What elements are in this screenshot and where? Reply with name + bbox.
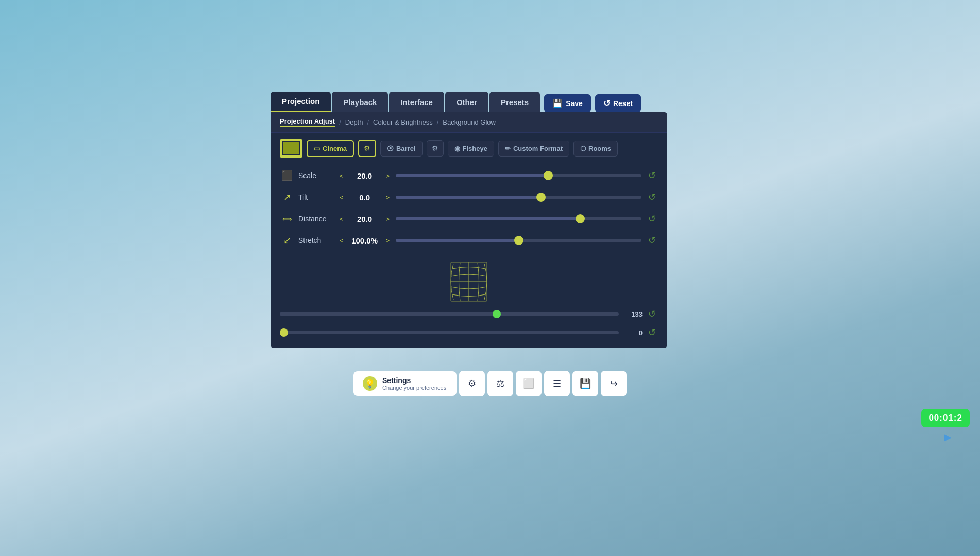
barrel-slider-2-row: 0 ↺ (280, 323, 658, 342)
save-button[interactable]: 💾 Save (544, 94, 591, 112)
cinema-icon: ▭ (314, 145, 320, 152)
distance-value: 20.0 (350, 215, 380, 223)
stretch-thumb[interactable] (514, 236, 523, 245)
toolbar-menu-btn[interactable]: ☰ (544, 371, 570, 396)
tab-group: Projection Playback Interface Other Pres… (271, 92, 540, 112)
tilt-value: 0.0 (350, 193, 380, 202)
top-row: Projection Playback Interface Other Pres… (271, 92, 667, 112)
bottom-toolbar: 💡 Settings Change your preferences ⚙ ⚖ ⬜… (353, 371, 627, 396)
stretch-slider-row: ⤢ Stretch < 100.0% > ↺ (280, 230, 658, 251)
play-button[interactable]: ▶ (944, 431, 952, 443)
cinema-gear-button[interactable]: ⚙ (358, 140, 376, 157)
toolbar-exit-btn[interactable]: ↪ (601, 371, 627, 396)
tab-other[interactable]: Other (445, 92, 488, 112)
scale-right-arrow[interactable]: > (384, 171, 392, 181)
scale-label: Scale (298, 171, 333, 180)
scale-left-arrow[interactable]: < (337, 171, 346, 181)
tilt-left-arrow[interactable]: < (337, 193, 346, 202)
fisheye-label: Fisheye (463, 145, 487, 152)
toolbar-gear-btn[interactable]: ⚙ (459, 371, 485, 396)
barrel-slider-1-row: 133 ↺ (280, 305, 658, 323)
reset-icon: ↺ (603, 98, 610, 108)
barrel-gear-button[interactable]: ⚙ (427, 140, 444, 157)
tab-playback[interactable]: Playback (332, 92, 388, 112)
reset-label: Reset (613, 99, 633, 108)
stretch-value: 100.0% (350, 236, 380, 245)
stretch-left-arrow[interactable]: < (337, 236, 346, 246)
barrel-button[interactable]: ⦿ Barrel (380, 141, 423, 157)
settings-subtitle: Change your preferences (382, 385, 446, 391)
slider-section: ⬛ Scale < 20.0 > ↺ ↗ Tilt < 0.0 > (271, 162, 667, 254)
stretch-reset[interactable]: ↺ (646, 234, 658, 247)
distance-left-arrow[interactable]: < (337, 214, 346, 224)
scale-reset[interactable]: ↺ (646, 169, 658, 182)
format-row: ▭ Cinema ⚙ ⦿ Barrel ⚙ ◉ Fisheye ✏ Custom… (271, 133, 667, 162)
scale-icon: ⬛ (280, 168, 294, 183)
toolbar-screen-btn[interactable]: ⬜ (516, 371, 542, 396)
breadcrumb-colour[interactable]: Colour & Brightness (373, 118, 433, 126)
tilt-slider-row: ↗ Tilt < 0.0 > ↺ (280, 186, 658, 208)
screen-preview-icon (280, 139, 302, 158)
barrel-reset-2[interactable]: ↺ (646, 326, 658, 339)
tab-interface[interactable]: Interface (389, 92, 444, 112)
reset-button[interactable]: ↺ Reset (595, 94, 641, 112)
cinema-label: Cinema (323, 145, 347, 152)
rooms-icon: ⬡ (580, 145, 586, 152)
breadcrumb-depth[interactable]: Depth (345, 118, 363, 126)
scale-track[interactable] (396, 174, 641, 177)
barrel-section: 133 ↺ 0 ↺ (271, 254, 667, 348)
stretch-icon: ⤢ (280, 233, 294, 248)
scale-fill (396, 174, 548, 177)
tilt-right-arrow[interactable]: > (384, 193, 392, 202)
tab-presets[interactable]: Presets (489, 92, 540, 112)
main-panel: Projection Playback Interface Other Pres… (271, 92, 667, 348)
distance-track[interactable] (396, 217, 641, 220)
breadcrumb-sep-1: / (339, 118, 341, 126)
fisheye-button[interactable]: ◉ Fisheye (448, 141, 494, 157)
stretch-track[interactable] (396, 239, 641, 242)
tilt-track[interactable] (396, 196, 641, 199)
distance-label: Distance (298, 215, 333, 223)
breadcrumb-sep-2: / (367, 118, 369, 126)
barrel-thumb-yellow[interactable] (280, 328, 288, 337)
cinema-button[interactable]: ▭ Cinema (307, 140, 354, 157)
toolbar-balance-btn[interactable]: ⚖ (487, 371, 513, 396)
barrel-label: Barrel (396, 145, 416, 152)
distance-right-arrow[interactable]: > (384, 214, 392, 224)
distance-fill (396, 217, 580, 220)
timer-badge: 00:01:2 (921, 409, 970, 427)
custom-format-label: Custom Format (513, 145, 563, 152)
barrel-track-1[interactable] (280, 312, 619, 316)
custom-icon: ✏ (505, 145, 511, 152)
settings-title: Settings (382, 376, 446, 385)
distance-slider-row: ⟺ Distance < 20.0 > ↺ (280, 208, 658, 230)
rooms-button[interactable]: ⬡ Rooms (573, 141, 618, 157)
settings-pill[interactable]: 💡 Settings Change your preferences (353, 371, 457, 396)
stretch-label: Stretch (298, 236, 333, 245)
breadcrumb-active: Projection Adjust (280, 117, 335, 127)
scale-thumb[interactable] (544, 171, 553, 180)
stretch-right-arrow[interactable]: > (384, 236, 392, 246)
distance-reset[interactable]: ↺ (646, 213, 658, 225)
distance-thumb[interactable] (576, 214, 585, 223)
barrel-reset-1[interactable]: ↺ (646, 308, 658, 320)
custom-format-button[interactable]: ✏ Custom Format (498, 141, 569, 157)
barrel-icon: ⦿ (387, 145, 394, 152)
tilt-fill (396, 196, 540, 199)
tilt-thumb[interactable] (536, 193, 546, 202)
barrel-visualization (443, 261, 495, 302)
breadcrumb-bar: Projection Adjust / Depth / Colour & Bri… (271, 112, 667, 133)
breadcrumb-glow[interactable]: Background Glow (443, 118, 496, 126)
barrel-track-2[interactable] (280, 331, 619, 334)
toolbar-save-btn[interactable]: 💾 (572, 371, 598, 396)
tilt-icon: ↗ (280, 190, 294, 204)
tilt-reset[interactable]: ↺ (646, 191, 658, 203)
barrel-value-1: 133 (622, 310, 643, 318)
rooms-label: Rooms (588, 145, 611, 152)
breadcrumb-sep-3: / (437, 118, 439, 126)
fisheye-icon: ◉ (454, 145, 460, 152)
settings-pill-text: Settings Change your preferences (382, 376, 446, 391)
barrel-thumb-green[interactable] (493, 310, 501, 318)
tab-projection[interactable]: Projection (271, 92, 331, 112)
scale-value: 20.0 (350, 171, 380, 180)
